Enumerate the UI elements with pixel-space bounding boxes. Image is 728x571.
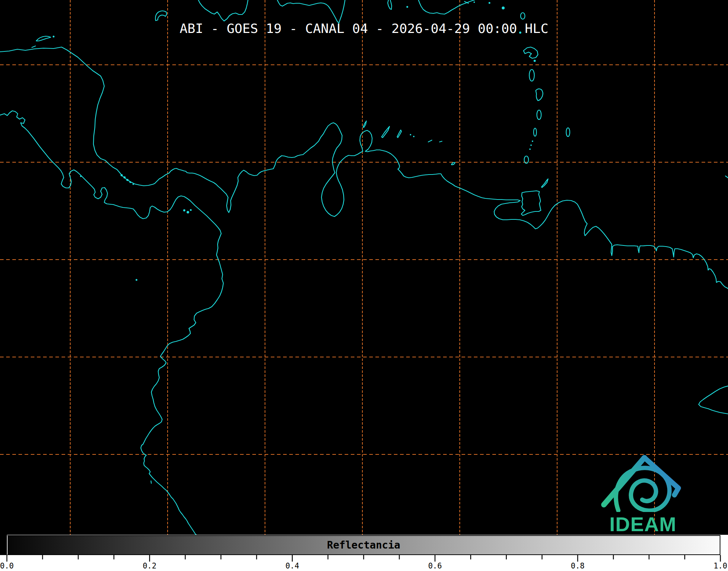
coastline-path [397, 130, 401, 138]
coastline-path [0, 111, 223, 535]
coastline-path [699, 386, 728, 414]
colorbar-tick-label: 0.6 [428, 562, 442, 570]
coastline-path [523, 47, 538, 58]
colorbar-tick-label: 0.0 [0, 562, 14, 570]
colorbar-tick-label: 1.0 [714, 562, 727, 570]
coastline-path [32, 46, 35, 47]
island-dot [136, 279, 138, 281]
coastline-path [725, 176, 728, 178]
coastline-path [155, 11, 167, 21]
satellite-figure: ABI - GOES 19 - CANAL 04 - 2026-04-29 00… [0, 0, 728, 571]
colorbar-strip: Reflectancia 0.00.20.40.60.81.0 [0, 535, 728, 571]
island-dot [407, 6, 408, 8]
coastline-path [542, 179, 548, 188]
map-title: ABI - GOES 19 - CANAL 04 - 2026-04-29 00… [0, 21, 728, 36]
island-dot [53, 36, 55, 38]
island-dot [187, 211, 189, 214]
coastline-path [382, 126, 390, 138]
colorbar-tick-label: 0.8 [571, 562, 585, 570]
island-outline [521, 13, 525, 19]
island-dot [532, 140, 533, 142]
island-outline [534, 128, 536, 136]
island-dot [80, 176, 81, 177]
island-dot [121, 174, 123, 176]
island-outline [529, 70, 534, 81]
coastline-path [198, 0, 248, 21]
coastline-path [36, 36, 51, 41]
island-dot [183, 209, 185, 211]
coastline-path [439, 141, 442, 142]
island-dot [132, 184, 134, 185]
colorbar-tick-label: 0.2 [143, 562, 156, 570]
island-dot [130, 181, 131, 183]
island-dot [474, 1, 475, 3]
island-dot [413, 136, 415, 137]
colorbar-tick-label: 0.4 [285, 562, 299, 570]
island-dot [530, 144, 532, 146]
coastline-path [536, 89, 543, 101]
island-dot [123, 176, 126, 179]
coastline-path [277, 0, 345, 23]
island-dot [502, 7, 505, 9]
coastline-path [151, 481, 151, 483]
satellite-map: ABI - GOES 19 - CANAL 04 - 2026-04-29 00… [0, 0, 728, 535]
island-dot [534, 60, 536, 62]
island-outline [566, 128, 570, 137]
colorbar-ticks [0, 535, 728, 571]
ideam-logo: IDEAM [597, 450, 689, 534]
coastline-path [451, 163, 455, 165]
coastline-path [428, 140, 432, 142]
coastline-path [0, 47, 728, 289]
island-dot [126, 179, 129, 181]
island-dot [190, 209, 192, 211]
coastline-path [363, 121, 366, 127]
island-dot [410, 134, 411, 135]
coastline-path [388, 0, 392, 9]
ideam-logo-text: IDEAM [597, 514, 689, 534]
ideam-logo-icon [597, 450, 689, 512]
island-dot [489, 2, 491, 4]
island-outline [537, 110, 541, 119]
coastline-path [521, 191, 541, 215]
island-dot [529, 148, 531, 150]
